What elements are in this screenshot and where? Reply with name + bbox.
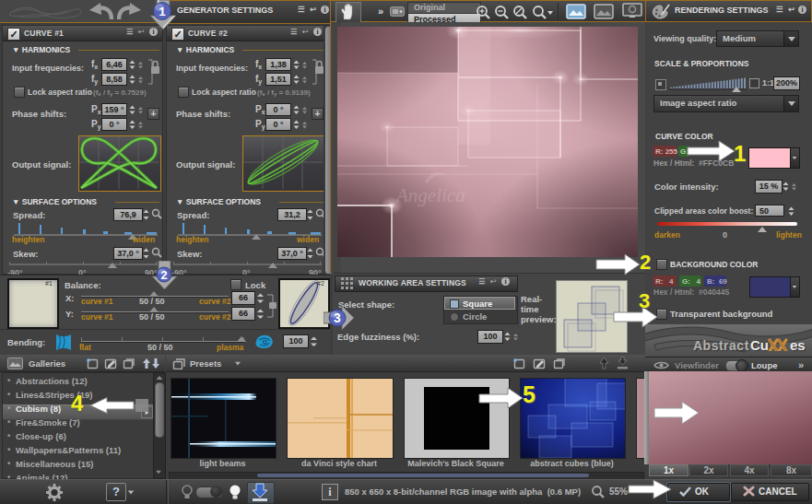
svg-text:1: 1 xyxy=(159,5,166,18)
svg-text:3: 3 xyxy=(334,311,341,325)
svg-text:2: 2 xyxy=(160,268,167,282)
svg-text:Angelica: Angelica xyxy=(394,184,465,206)
